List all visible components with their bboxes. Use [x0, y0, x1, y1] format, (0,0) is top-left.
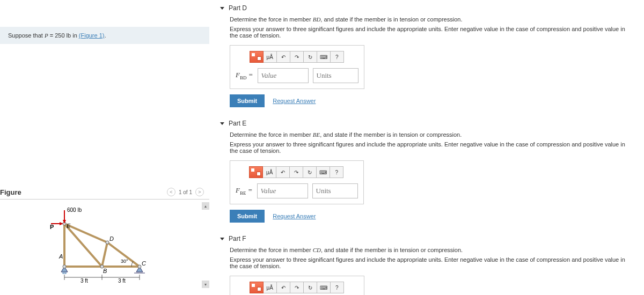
answer-box: μÅ ↶ ↷ ↻ ⌨ ? FCD =	[230, 276, 364, 295]
undo-button[interactable]: ↶	[276, 282, 290, 293]
help-button[interactable]: ?	[330, 282, 344, 293]
scroll-up-icon[interactable]: ▴	[202, 202, 209, 210]
problem-equals: = 250 lb in	[48, 32, 79, 39]
truss-diagram: 3 ft 3 ft	[48, 202, 156, 283]
svg-point-19	[138, 265, 141, 268]
svg-line-11	[102, 242, 107, 267]
help-button[interactable]: ?	[330, 51, 344, 63]
templates-button[interactable]	[250, 51, 264, 63]
value-input[interactable]	[258, 68, 309, 83]
greek-button[interactable]: μÅ	[263, 282, 277, 293]
part-block: Part F Determine the force in member CD,…	[220, 231, 633, 295]
angle-label: 30°	[121, 259, 128, 264]
part-question: Determine the force in member CD, and st…	[230, 247, 633, 253]
reset-button[interactable]: ↻	[303, 282, 317, 293]
request-answer-link[interactable]: Request Answer	[273, 98, 316, 104]
part-instruction: Express your answer to three significant…	[230, 256, 633, 269]
figure-viewport: ▴ 3 ft 3 ft	[0, 202, 209, 288]
figure-nav: < 1 of 1 >	[167, 188, 204, 196]
p-label: P	[50, 224, 54, 230]
part-question: Determine the force in member BD, and st…	[230, 16, 633, 23]
part-question: Determine the force in member BE, and st…	[230, 131, 633, 138]
redo-button[interactable]: ↷	[289, 166, 303, 178]
value-input[interactable]	[257, 183, 308, 198]
caret-down-icon	[220, 7, 224, 10]
part-instruction: Express your answer to three significant…	[230, 26, 633, 39]
dim-left: 3 ft	[80, 278, 88, 283]
figure-link[interactable]: (Figure 1)	[79, 32, 105, 39]
part-block: Part E Determine the force in member BE,…	[220, 115, 633, 223]
scroll-down-icon[interactable]: ▾	[202, 281, 209, 288]
part-instruction: Express your answer to three significant…	[230, 141, 633, 154]
units-input[interactable]	[312, 183, 358, 198]
keyboard-button[interactable]: ⌨	[317, 51, 331, 63]
load-label: 600 lb	[67, 207, 82, 213]
caret-down-icon	[220, 238, 224, 240]
answer-box: μÅ ↶ ↷ ↻ ⌨ ? FBD =	[230, 45, 364, 89]
svg-marker-25	[60, 222, 63, 225]
svg-text:B: B	[103, 268, 107, 274]
request-answer-link[interactable]: Request Answer	[273, 213, 316, 219]
problem-statement: Suppose that P = 250 lb in (Figure 1).	[0, 27, 209, 44]
part-title: Part E	[229, 120, 246, 127]
svg-line-8	[64, 224, 102, 267]
part-header[interactable]: Part D	[220, 0, 633, 16]
figure-next-button[interactable]: >	[195, 188, 204, 196]
figure-title: Figure	[0, 188, 21, 196]
part-title: Part D	[229, 4, 247, 12]
keyboard-button[interactable]: ⌨	[316, 166, 330, 178]
redo-button[interactable]: ↷	[290, 51, 304, 63]
problem-variable: P	[45, 32, 48, 39]
greek-button[interactable]: μÅ	[263, 51, 277, 63]
units-input[interactable]	[313, 68, 358, 83]
figure-prev-button[interactable]: <	[167, 188, 175, 196]
svg-point-17	[63, 265, 66, 268]
submit-button[interactable]: Submit	[230, 210, 265, 223]
redo-button[interactable]: ↷	[290, 282, 304, 293]
greek-button[interactable]: μÅ	[262, 166, 276, 178]
part-title: Part F	[229, 235, 246, 242]
svg-text:A: A	[58, 253, 63, 260]
variable-label: FBD =	[236, 71, 253, 80]
svg-point-13	[62, 272, 64, 274]
reset-button[interactable]: ↻	[303, 166, 317, 178]
undo-button[interactable]: ↶	[276, 51, 290, 63]
templates-button[interactable]	[250, 282, 264, 293]
svg-text:E: E	[67, 223, 71, 229]
part-block: Part D Determine the force in member BD,…	[220, 0, 633, 107]
undo-button[interactable]: ↶	[276, 166, 290, 178]
templates-button[interactable]	[249, 166, 263, 178]
problem-prefix: Suppose that	[8, 32, 45, 39]
part-header[interactable]: Part F	[220, 231, 633, 247]
dim-right: 3 ft	[118, 278, 126, 283]
reset-button[interactable]: ↻	[303, 51, 317, 63]
svg-point-21	[106, 241, 109, 244]
svg-point-14	[64, 272, 67, 274]
svg-text:D: D	[109, 235, 114, 242]
submit-button[interactable]: Submit	[230, 94, 265, 107]
variable-label: FBE =	[236, 186, 253, 196]
keyboard-button[interactable]: ⌨	[317, 282, 331, 293]
svg-text:C: C	[142, 260, 146, 267]
part-header[interactable]: Part E	[220, 115, 633, 131]
answer-box: μÅ ↶ ↷ ↻ ⌨ ? FBE =	[230, 160, 364, 204]
figure-counter: 1 of 1	[179, 189, 192, 195]
help-button[interactable]: ?	[330, 166, 343, 178]
caret-down-icon	[220, 122, 224, 125]
svg-line-9	[64, 224, 107, 242]
